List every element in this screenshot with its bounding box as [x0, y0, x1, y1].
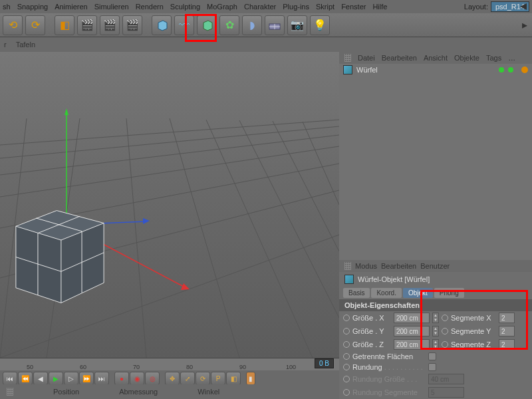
attr-menu-item[interactable]: Benutzer: [420, 262, 450, 270]
grip-icon[interactable]: [7, 388, 13, 396]
radio-icon[interactable]: [442, 328, 448, 334]
clapper-icon[interactable]: 🎬: [77, 15, 97, 35]
play-button[interactable]: ▶: [49, 372, 63, 385]
tick: 80: [186, 364, 193, 370]
radio-icon[interactable]: [442, 315, 448, 321]
separate-surfaces-checkbox[interactable]: [428, 352, 436, 360]
scale-key-icon[interactable]: ⤢: [180, 372, 195, 385]
cube-object-icon: [343, 65, 352, 74]
camera-icon[interactable]: 📷: [287, 15, 307, 35]
back-arrow-icon[interactable]: [519, 2, 528, 11]
spinner[interactable]: ▲▼: [432, 326, 439, 336]
radio-icon[interactable]: [343, 315, 350, 321]
next-frame-button[interactable]: ▷: [64, 372, 78, 385]
object-name[interactable]: Würfel: [356, 66, 378, 74]
rounding-checkbox[interactable]: [428, 363, 436, 371]
radio-icon[interactable]: [343, 353, 350, 360]
menu-item[interactable]: MoGraph: [207, 3, 237, 11]
om-menu-item[interactable]: Datei: [358, 54, 375, 62]
tag-icon[interactable]: [521, 66, 528, 73]
om-menu-item[interactable]: Tags: [486, 54, 501, 62]
menu-item[interactable]: Simulieren: [94, 3, 129, 11]
autokey-button[interactable]: ◉: [130, 372, 144, 385]
menu-item[interactable]: Plug-ins: [283, 3, 309, 11]
attribute-title: Würfel-Objekt [Würfel]: [339, 272, 532, 287]
size-z-input[interactable]: 200 cm: [394, 339, 430, 350]
om-menu-item[interactable]: Bearbeiten: [382, 54, 417, 62]
time-ruler[interactable]: 50 60 70 80 90 100 0 B: [0, 358, 339, 370]
generator-icon[interactable]: [197, 15, 217, 35]
tab-koord[interactable]: Koord.: [371, 288, 401, 298]
floor-icon[interactable]: [265, 15, 285, 35]
pla-key-icon[interactable]: ◧: [226, 372, 241, 385]
3d-viewport[interactable]: [0, 52, 339, 358]
menu-item[interactable]: Snapping: [17, 3, 49, 11]
om-menu-more[interactable]: …: [508, 54, 515, 62]
expand-icon[interactable]: ▸: [520, 15, 529, 35]
attr-menu-item[interactable]: Modus: [355, 262, 377, 270]
segments-x-input[interactable]: 2: [499, 313, 515, 323]
view-menu-item[interactable]: Tafeln: [16, 41, 35, 49]
menu-item[interactable]: Fenster: [341, 3, 366, 11]
clapper3-icon[interactable]: 🎬: [122, 15, 142, 35]
grip-icon[interactable]: [344, 54, 351, 62]
om-menu-item[interactable]: Ansicht: [424, 54, 448, 62]
menu-item[interactable]: Rendern: [136, 3, 164, 11]
clapper2-icon[interactable]: 🎬: [100, 15, 120, 35]
prev-frame-button[interactable]: ◀: [33, 372, 48, 385]
radio-icon[interactable]: [442, 341, 448, 348]
param-key-icon[interactable]: P: [211, 372, 225, 385]
view-menu-item[interactable]: r: [4, 41, 7, 49]
radio-icon[interactable]: [343, 364, 350, 370]
rotate-key-icon[interactable]: ⟳: [196, 372, 210, 385]
spline-icon[interactable]: 〰: [174, 15, 194, 35]
bookmark-icon[interactable]: ▮: [246, 372, 255, 385]
visibility-dot-icon[interactable]: [508, 67, 513, 72]
prop-label: Rundung Größe . . .: [352, 375, 426, 383]
object-row[interactable]: Würfel: [339, 64, 532, 76]
light-icon[interactable]: 💡: [310, 15, 330, 35]
goto-end-button[interactable]: ⏭: [94, 372, 109, 385]
record-button[interactable]: ●: [114, 372, 129, 385]
menu-item[interactable]: Skript: [316, 3, 334, 11]
deformer-icon[interactable]: ✿: [219, 15, 239, 35]
viewport-menubar: r Tafeln: [0, 37, 532, 52]
goto-start-button[interactable]: ⏮: [3, 372, 17, 385]
svg-line-18: [273, 121, 339, 251]
object-manager[interactable]: Würfel: [339, 64, 532, 260]
attr-menu-item[interactable]: Bearbeiten: [381, 262, 416, 270]
prop-label: Rundung . . . . . . . . . .: [352, 363, 426, 371]
tab-basis[interactable]: Basis: [343, 288, 370, 298]
segments-y-input[interactable]: 2: [499, 326, 515, 336]
move-key-icon[interactable]: ✥: [165, 372, 180, 385]
menu-item[interactable]: sh: [3, 3, 11, 11]
sky-icon[interactable]: ◗: [242, 15, 262, 35]
undo-button[interactable]: ⟲: [3, 15, 23, 35]
menu-item[interactable]: Hilfe: [372, 3, 387, 11]
rounding-segments-input: 5: [428, 387, 464, 398]
grip-icon[interactable]: [344, 262, 351, 270]
prop-size-z: Größe . Z 200 cm ▲▼ Segmente Z 2: [339, 338, 532, 351]
spinner[interactable]: ▲▼: [432, 339, 439, 350]
size-y-input[interactable]: 200 cm: [394, 326, 430, 336]
segments-z-input[interactable]: 2: [499, 339, 515, 350]
redo-button[interactable]: ⟳: [25, 15, 45, 35]
keyframe-sel-button[interactable]: ◎: [145, 372, 160, 385]
prev-key-button[interactable]: ⏪: [18, 372, 33, 385]
radio-icon[interactable]: [343, 341, 350, 348]
tab-phong[interactable]: Phong: [434, 288, 464, 298]
spinner[interactable]: ▲▼: [432, 313, 439, 323]
radio-icon[interactable]: [343, 328, 350, 334]
tab-objekt[interactable]: Objekt: [403, 288, 433, 298]
current-frame-field[interactable]: 0 B: [315, 358, 334, 368]
visibility-dot-icon[interactable]: [499, 67, 504, 72]
size-x-input[interactable]: 200 cm: [394, 313, 430, 323]
menu-item[interactable]: Charakter: [244, 3, 276, 11]
cube-tool-icon[interactable]: ◧: [55, 15, 74, 35]
radio-icon: [343, 376, 350, 382]
primitive-cube-icon[interactable]: [152, 15, 172, 35]
menu-item[interactable]: Animieren: [55, 3, 88, 11]
next-key-button[interactable]: ⏩: [79, 372, 94, 385]
menu-item[interactable]: Sculpting: [170, 3, 200, 11]
om-menu-item[interactable]: Objekte: [454, 54, 479, 62]
